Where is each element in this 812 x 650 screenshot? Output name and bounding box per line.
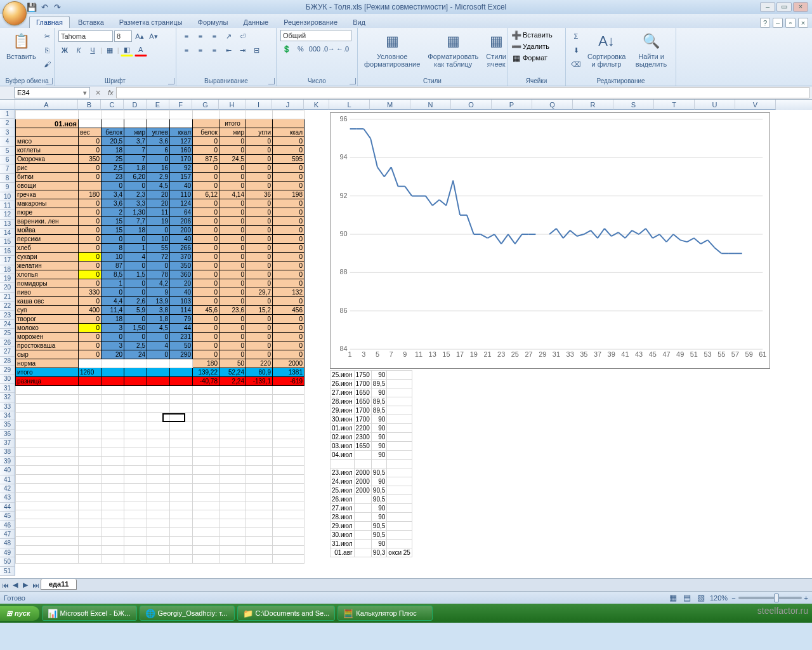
svg-line-88 [660,234,667,242]
fill-icon[interactable]: ⬇ [570,44,582,56]
cell-styles-button[interactable]: ▦Стили ячеек [483,30,509,69]
tab-review[interactable]: Рецензирование [277,16,344,28]
autosum-icon[interactable]: Σ [570,30,582,43]
view-layout-icon[interactable]: ▤ [682,593,692,603]
italic-button[interactable]: К [72,44,85,56]
find-select-button[interactable]: 🔍Найти и выделить [631,30,672,69]
fx-icon[interactable]: fx [105,89,116,96]
dialog-launcher-icon[interactable] [46,78,53,84]
view-pagebreak-icon[interactable]: ▧ [696,593,706,603]
view-normal-icon[interactable]: ▦ [668,593,678,603]
svg-line-56 [426,196,433,206]
undo-icon[interactable]: ↶ [39,2,49,12]
svg-line-73 [556,229,563,238]
zoom-slider[interactable]: −+ [731,594,808,602]
underline-button[interactable]: Ч [86,44,99,56]
taskbar-item[interactable]: 🌐Georgiy_Osadhciy: т... [140,606,235,621]
sort-filter-button[interactable]: A↓Сортировка и фильтр [585,30,628,69]
side-table[interactable]: 25.июн17509026.июн170089,527.июн16509028… [330,370,412,557]
formula-bar[interactable] [116,87,809,98]
taskbar-item[interactable]: 📊Microsoft Excel - БЖ... [42,606,137,621]
conditional-formatting-button[interactable]: ▦Условное форматирование [362,30,422,69]
merge-center-icon[interactable]: ⊟ [250,44,263,56]
status-ready: Готово [4,594,25,602]
wrap-text-icon[interactable]: ⏎ [236,30,249,43]
align-middle-icon[interactable]: ≡ [194,30,207,43]
next-sheet-icon[interactable]: ▶ [20,581,30,589]
svg-line-48 [370,138,377,167]
font-name-select[interactable]: Tahoma [58,30,113,42]
data-table[interactable]: 01.нояитоговесбелокжируглевккалбелокжиру… [15,110,304,564]
align-bottom-icon[interactable]: ≡ [208,30,221,43]
currency-icon[interactable]: 💲 [280,43,293,55]
tab-view[interactable]: Вид [346,16,372,28]
clipboard-icon: 📋 [11,31,31,51]
office-button[interactable] [3,1,27,25]
align-right-icon[interactable]: ≡ [208,44,221,56]
paste-button[interactable]: 📋 Вставить [4,30,39,62]
align-left-icon[interactable]: ≡ [180,44,193,56]
comma-icon[interactable]: 000 [308,43,321,55]
format-painter-icon[interactable]: 🖌 [41,58,54,70]
increase-indent-icon[interactable]: ⇥ [236,44,249,56]
dialog-launcher-icon[interactable] [268,78,275,84]
last-sheet-icon[interactable]: ⏭ [30,581,41,589]
tab-home[interactable]: Главная [29,16,70,28]
svg-text:84: 84 [339,345,347,352]
font-color-icon[interactable]: A [134,44,147,56]
border-icon[interactable]: ▦ [103,44,116,56]
format-cells-button[interactable]: ▦Формат [511,53,547,63]
cut-icon[interactable]: ✂ [41,30,54,43]
tab-insert[interactable]: Вставка [71,16,111,28]
tab-data[interactable]: Данные [236,16,275,28]
embedded-chart[interactable]: 8486889092949613579111315171921232527293… [330,112,770,369]
font-size-select[interactable]: 8 [114,30,132,42]
redo-icon[interactable]: ↷ [52,2,62,12]
ribbon-restore-button[interactable]: ▫ [785,18,796,28]
number-format-select[interactable]: Общий [280,30,351,41]
minimize-button[interactable]: – [760,2,775,12]
format-as-table-button[interactable]: ▦Форматировать как таблицу [425,30,481,69]
svg-text:9: 9 [403,350,407,358]
fill-color-icon[interactable]: ◧ [121,44,133,56]
copy-icon[interactable]: ⎘ [41,44,54,56]
column-headers: ABCDEFGHIJKLMNOPQRSTUV [0,100,812,110]
svg-line-58 [440,200,447,206]
bold-button[interactable]: Ж [58,44,71,56]
increase-font-icon[interactable]: A▴ [133,30,146,43]
svg-text:23: 23 [497,350,505,358]
name-box[interactable]: E34▾ [14,87,90,98]
sheet-tab[interactable]: еда11 [41,579,77,590]
orientation-icon[interactable]: ↗ [222,30,235,43]
svg-line-87 [653,234,660,238]
help-icon[interactable]: ? [760,18,770,28]
first-sheet-icon[interactable]: ⏮ [0,581,10,589]
ribbon-close-button[interactable]: × [798,18,808,28]
dialog-launcher-icon[interactable] [168,78,174,84]
start-button[interactable]: ⊞пуск [0,606,39,621]
align-center-icon[interactable]: ≡ [194,44,207,56]
decrease-decimal-icon[interactable]: ←.0 [336,43,349,55]
increase-decimal-icon[interactable]: .0→ [322,43,335,55]
prev-sheet-icon[interactable]: ◀ [10,581,20,589]
title-bar: 💾 ↶ ↷ БЖУК - Толя.xls [Режим совместимос… [0,0,812,14]
taskbar-item[interactable]: 📁C:\Documents and Se... [237,606,336,621]
delete-cells-button[interactable]: ➖Удалить [511,41,549,51]
save-icon[interactable]: 💾 [27,2,37,12]
binoculars-icon: 🔍 [641,31,662,51]
maximize-button[interactable]: ▭ [776,2,792,12]
close-button[interactable]: × [793,2,808,12]
decrease-font-icon[interactable]: A▾ [147,30,160,43]
dialog-launcher-icon[interactable] [350,78,356,84]
worksheet[interactable]: ABCDEFGHIJKLMNOPQRSTUV 12345678910111213… [0,100,812,578]
clear-icon[interactable]: ⌫ [570,58,582,70]
percent-icon[interactable]: % [294,43,307,55]
insert-cells-button[interactable]: ➕Вставить [511,30,553,40]
ribbon-minimize-button[interactable]: – [773,18,783,28]
align-top-icon[interactable]: ≡ [180,30,193,43]
cancel-icon[interactable]: ✕ [90,89,105,97]
taskbar-item[interactable]: 🧮Калькулятор Плюс [337,606,433,621]
tab-formulas[interactable]: Формулы [191,16,235,28]
tab-layout[interactable]: Разметка страницы [112,16,190,28]
decrease-indent-icon[interactable]: ⇤ [222,44,235,56]
